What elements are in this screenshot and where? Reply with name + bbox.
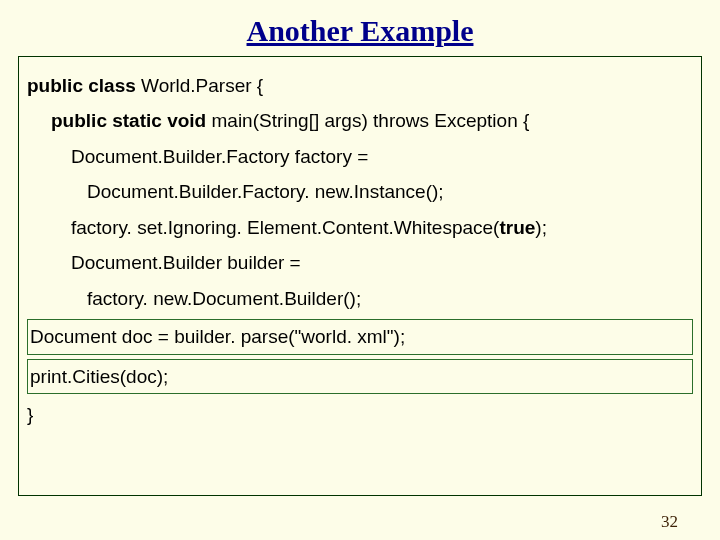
keyword-public-static-void: public static void — [51, 110, 211, 131]
page-number: 32 — [661, 512, 678, 532]
highlighted-print-line: print.Cities(doc); — [27, 359, 693, 394]
code-box: public class World.Parser { public stati… — [18, 56, 702, 496]
code-line-class-decl: public class World.Parser { — [27, 71, 693, 100]
code-line-main-decl: public static void main(String[] args) t… — [27, 106, 693, 135]
keyword-true: true — [499, 217, 535, 238]
factory-whitespace-call: factory. set.Ignoring. Element.Content.W… — [71, 217, 499, 238]
main-signature: main(String[] args) throws Exception { — [211, 110, 529, 131]
code-line-close-brace: } — [27, 400, 693, 429]
slide-title: Another Example — [0, 0, 720, 56]
code-line-builder-decl: Document.Builder builder = — [27, 248, 693, 277]
code-line-builder-new: factory. new.Document.Builder(); — [27, 284, 693, 313]
class-name: World.Parser { — [141, 75, 263, 96]
code-line-set-ignoring-whitespace: factory. set.Ignoring. Element.Content.W… — [27, 213, 693, 242]
code-line-factory-decl: Document.Builder.Factory factory = — [27, 142, 693, 171]
close-paren: ); — [535, 217, 547, 238]
highlighted-parse-line: Document doc = builder. parse("world. xm… — [27, 319, 693, 354]
code-line-factory-newinstance: Document.Builder.Factory. new.Instance()… — [27, 177, 693, 206]
keyword-public-class: public class — [27, 75, 141, 96]
